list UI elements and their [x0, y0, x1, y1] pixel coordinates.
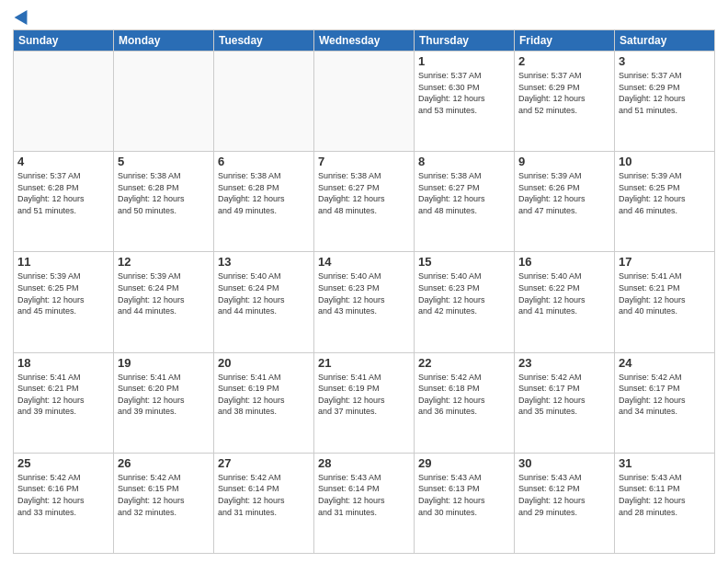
calendar-cell: 4Sunrise: 5:37 AM Sunset: 6:28 PM Daylig… [14, 152, 114, 252]
calendar-cell: 25Sunrise: 5:42 AM Sunset: 6:16 PM Dayli… [14, 453, 114, 553]
day-info: Sunrise: 5:38 AM Sunset: 6:28 PM Dayligh… [118, 170, 210, 216]
calendar-cell: 7Sunrise: 5:38 AM Sunset: 6:27 PM Daylig… [314, 152, 415, 252]
calendar-header-monday: Monday [114, 30, 214, 52]
calendar-header-wednesday: Wednesday [314, 30, 415, 52]
day-number: 27 [218, 456, 310, 470]
calendar-cell [214, 52, 314, 152]
day-number: 7 [318, 155, 410, 168]
day-number: 30 [518, 456, 610, 470]
calendar-cell: 18Sunrise: 5:41 AM Sunset: 6:21 PM Dayli… [14, 352, 114, 453]
logo [13, 9, 31, 22]
calendar-cell: 11Sunrise: 5:39 AM Sunset: 6:25 PM Dayli… [14, 252, 114, 352]
day-number: 31 [619, 456, 711, 470]
calendar-cell: 5Sunrise: 5:38 AM Sunset: 6:28 PM Daylig… [114, 152, 214, 252]
day-number: 18 [17, 356, 109, 370]
day-info: Sunrise: 5:37 AM Sunset: 6:30 PM Dayligh… [418, 70, 510, 116]
day-info: Sunrise: 5:42 AM Sunset: 6:15 PM Dayligh… [118, 472, 210, 518]
calendar-week-5: 25Sunrise: 5:42 AM Sunset: 6:16 PM Dayli… [14, 453, 715, 553]
day-number: 28 [318, 456, 410, 470]
day-info: Sunrise: 5:37 AM Sunset: 6:28 PM Dayligh… [17, 170, 109, 216]
calendar-cell: 2Sunrise: 5:37 AM Sunset: 6:29 PM Daylig… [515, 52, 615, 152]
day-info: Sunrise: 5:42 AM Sunset: 6:17 PM Dayligh… [518, 372, 610, 418]
calendar-cell: 12Sunrise: 5:39 AM Sunset: 6:24 PM Dayli… [114, 252, 214, 352]
calendar-cell: 14Sunrise: 5:40 AM Sunset: 6:23 PM Dayli… [314, 252, 415, 352]
calendar-cell: 6Sunrise: 5:38 AM Sunset: 6:28 PM Daylig… [214, 152, 314, 252]
day-number: 9 [518, 155, 610, 168]
day-info: Sunrise: 5:42 AM Sunset: 6:18 PM Dayligh… [418, 372, 510, 418]
calendar-cell: 31Sunrise: 5:43 AM Sunset: 6:11 PM Dayli… [615, 453, 715, 553]
day-number: 24 [619, 356, 711, 370]
calendar-cell: 9Sunrise: 5:39 AM Sunset: 6:26 PM Daylig… [515, 152, 615, 252]
day-number: 1 [418, 54, 510, 68]
calendar-cell [14, 52, 114, 152]
day-info: Sunrise: 5:41 AM Sunset: 6:21 PM Dayligh… [17, 372, 109, 418]
page: SundayMondayTuesdayWednesdayThursdayFrid… [0, 0, 728, 563]
calendar-cell: 29Sunrise: 5:43 AM Sunset: 6:13 PM Dayli… [415, 453, 515, 553]
day-number: 16 [518, 255, 610, 269]
day-info: Sunrise: 5:41 AM Sunset: 6:19 PM Dayligh… [318, 372, 410, 418]
calendar-week-1: 1Sunrise: 5:37 AM Sunset: 6:30 PM Daylig… [14, 52, 715, 152]
day-number: 15 [418, 255, 510, 269]
day-info: Sunrise: 5:39 AM Sunset: 6:25 PM Dayligh… [619, 170, 711, 216]
day-info: Sunrise: 5:38 AM Sunset: 6:28 PM Dayligh… [218, 170, 310, 216]
calendar-table: SundayMondayTuesdayWednesdayThursdayFrid… [13, 29, 715, 554]
calendar-cell: 3Sunrise: 5:37 AM Sunset: 6:29 PM Daylig… [615, 52, 715, 152]
calendar-cell: 23Sunrise: 5:42 AM Sunset: 6:17 PM Dayli… [515, 352, 615, 453]
day-info: Sunrise: 5:38 AM Sunset: 6:27 PM Dayligh… [318, 170, 410, 216]
day-info: Sunrise: 5:41 AM Sunset: 6:21 PM Dayligh… [619, 270, 711, 316]
day-info: Sunrise: 5:43 AM Sunset: 6:12 PM Dayligh… [518, 472, 610, 518]
day-info: Sunrise: 5:39 AM Sunset: 6:26 PM Dayligh… [518, 170, 610, 216]
calendar-header-saturday: Saturday [615, 30, 715, 52]
calendar-cell: 16Sunrise: 5:40 AM Sunset: 6:22 PM Dayli… [515, 252, 615, 352]
day-info: Sunrise: 5:37 AM Sunset: 6:29 PM Dayligh… [619, 70, 711, 116]
day-info: Sunrise: 5:40 AM Sunset: 6:22 PM Dayligh… [518, 270, 610, 316]
calendar-cell: 8Sunrise: 5:38 AM Sunset: 6:27 PM Daylig… [415, 152, 515, 252]
day-number: 10 [619, 155, 711, 168]
logo-triangle-icon [15, 6, 34, 25]
day-number: 19 [118, 356, 210, 370]
day-info: Sunrise: 5:42 AM Sunset: 6:17 PM Dayligh… [619, 372, 711, 418]
day-number: 20 [218, 356, 310, 370]
day-info: Sunrise: 5:42 AM Sunset: 6:14 PM Dayligh… [218, 472, 310, 518]
day-number: 8 [418, 155, 510, 168]
day-info: Sunrise: 5:43 AM Sunset: 6:14 PM Dayligh… [318, 472, 410, 518]
day-number: 29 [418, 456, 510, 470]
day-number: 6 [218, 155, 310, 168]
calendar-cell: 26Sunrise: 5:42 AM Sunset: 6:15 PM Dayli… [114, 453, 214, 553]
calendar-cell: 10Sunrise: 5:39 AM Sunset: 6:25 PM Dayli… [615, 152, 715, 252]
header [13, 9, 715, 22]
day-number: 21 [318, 356, 410, 370]
calendar-header-sunday: Sunday [14, 30, 114, 52]
day-number: 3 [619, 54, 711, 68]
calendar-header-row: SundayMondayTuesdayWednesdayThursdayFrid… [14, 30, 715, 52]
calendar-cell: 24Sunrise: 5:42 AM Sunset: 6:17 PM Dayli… [615, 352, 715, 453]
day-number: 2 [518, 54, 610, 68]
day-number: 25 [17, 456, 109, 470]
day-info: Sunrise: 5:39 AM Sunset: 6:24 PM Dayligh… [118, 270, 210, 316]
day-number: 17 [619, 255, 711, 269]
calendar-cell: 28Sunrise: 5:43 AM Sunset: 6:14 PM Dayli… [314, 453, 415, 553]
day-number: 14 [318, 255, 410, 269]
calendar-week-4: 18Sunrise: 5:41 AM Sunset: 6:21 PM Dayli… [14, 352, 715, 453]
calendar-header-tuesday: Tuesday [214, 30, 314, 52]
day-info: Sunrise: 5:42 AM Sunset: 6:16 PM Dayligh… [17, 472, 109, 518]
day-info: Sunrise: 5:43 AM Sunset: 6:11 PM Dayligh… [619, 472, 711, 518]
calendar-cell: 1Sunrise: 5:37 AM Sunset: 6:30 PM Daylig… [415, 52, 515, 152]
calendar-week-3: 11Sunrise: 5:39 AM Sunset: 6:25 PM Dayli… [14, 252, 715, 352]
calendar-cell [314, 52, 415, 152]
calendar-cell: 30Sunrise: 5:43 AM Sunset: 6:12 PM Dayli… [515, 453, 615, 553]
day-number: 12 [118, 255, 210, 269]
calendar-cell [114, 52, 214, 152]
calendar-header-thursday: Thursday [415, 30, 515, 52]
day-number: 4 [17, 155, 109, 168]
day-info: Sunrise: 5:40 AM Sunset: 6:23 PM Dayligh… [418, 270, 510, 316]
day-info: Sunrise: 5:40 AM Sunset: 6:23 PM Dayligh… [318, 270, 410, 316]
calendar-cell: 27Sunrise: 5:42 AM Sunset: 6:14 PM Dayli… [214, 453, 314, 553]
calendar-cell: 19Sunrise: 5:41 AM Sunset: 6:20 PM Dayli… [114, 352, 214, 453]
day-info: Sunrise: 5:41 AM Sunset: 6:20 PM Dayligh… [118, 372, 210, 418]
day-number: 11 [17, 255, 109, 269]
calendar-cell: 17Sunrise: 5:41 AM Sunset: 6:21 PM Dayli… [615, 252, 715, 352]
day-info: Sunrise: 5:43 AM Sunset: 6:13 PM Dayligh… [418, 472, 510, 518]
day-info: Sunrise: 5:40 AM Sunset: 6:24 PM Dayligh… [218, 270, 310, 316]
day-number: 5 [118, 155, 210, 168]
